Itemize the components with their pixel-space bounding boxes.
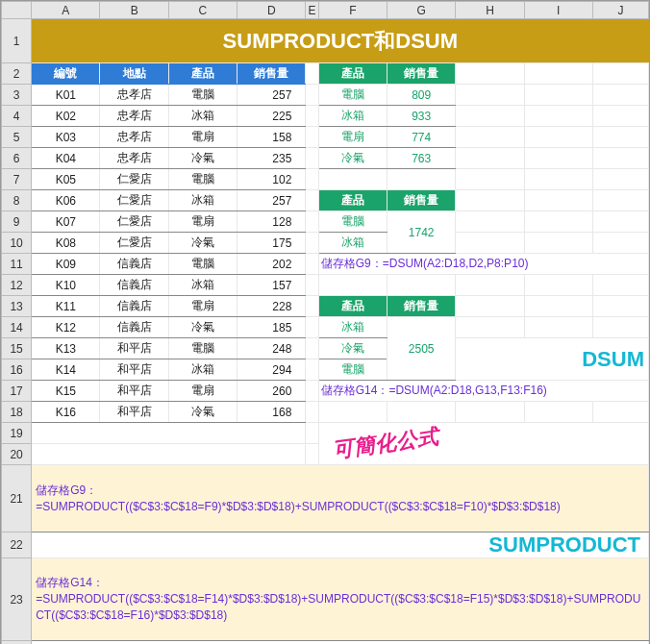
row-24[interactable]: 24 (2, 641, 32, 645)
table-cell[interactable]: 忠孝店 (100, 127, 168, 148)
sum-cell[interactable]: 774 (388, 127, 456, 148)
formula-text[interactable]: 儲存格G14：=DSUM(A2:D18,G13,F13:F16) (318, 381, 648, 402)
col-J[interactable]: J (592, 2, 648, 19)
table-cell[interactable]: K16 (32, 402, 100, 423)
hdr-prod[interactable]: 產品 (168, 63, 237, 85)
table-cell[interactable]: K01 (32, 85, 100, 106)
table-cell[interactable]: 228 (238, 296, 306, 317)
column-headers[interactable]: A B C D E F G H I J (2, 2, 649, 19)
table-cell[interactable]: K02 (32, 106, 100, 127)
col-I[interactable]: I (524, 2, 592, 19)
table-cell[interactable]: 冰箱 (168, 359, 237, 381)
formula-text[interactable]: 儲存格G9：=DSUM(A2:D18,D2,P8:P10) (318, 254, 648, 275)
col-B[interactable]: B (100, 2, 168, 19)
table-cell[interactable]: K05 (32, 169, 100, 190)
sum-cell[interactable]: 電腦 (318, 359, 387, 381)
sum1-hdr-sales[interactable]: 銷售量 (388, 63, 456, 85)
row-5[interactable]: 5 (2, 127, 32, 148)
row-12[interactable]: 12 (2, 275, 32, 296)
row-21[interactable]: 21 (2, 465, 32, 533)
table-cell[interactable]: 冰箱 (168, 190, 237, 211)
table-cell[interactable]: K12 (32, 317, 100, 338)
spreadsheet[interactable]: A B C D E F G H I J 1 SUMPRODUCT和DSUM 2 … (0, 0, 650, 644)
table-cell[interactable]: 仁愛店 (100, 233, 168, 254)
row-7[interactable]: 7 (2, 169, 32, 190)
table-cell[interactable]: 260 (238, 381, 306, 402)
sum-cell[interactable]: 電腦 (318, 85, 387, 106)
sum2-hdr-prod[interactable]: 產品 (318, 190, 387, 211)
hdr-loc[interactable]: 地點 (100, 63, 168, 85)
table-cell[interactable]: K03 (32, 127, 100, 148)
sum2-hdr-sales[interactable]: 銷售量 (388, 190, 456, 211)
table-cell[interactable]: 和平店 (100, 402, 168, 423)
table-cell[interactable]: 冰箱 (168, 106, 237, 127)
sum-cell[interactable]: 冰箱 (318, 106, 387, 127)
table-cell[interactable]: 248 (238, 338, 306, 359)
table-cell[interactable]: 忠孝店 (100, 106, 168, 127)
table-cell[interactable]: K07 (32, 211, 100, 233)
row-14[interactable]: 14 (2, 317, 32, 338)
table-cell[interactable]: 257 (238, 85, 306, 106)
sum-cell[interactable]: 933 (388, 106, 456, 127)
row-20[interactable]: 20 (2, 444, 32, 465)
table-cell[interactable]: 冰箱 (168, 275, 237, 296)
col-E[interactable]: E (306, 2, 318, 19)
table-cell[interactable]: 電扇 (168, 381, 237, 402)
table-cell[interactable]: 信義店 (100, 317, 168, 338)
table-cell[interactable]: 和平店 (100, 338, 168, 359)
hdr-id[interactable]: 編號 (32, 63, 100, 85)
row-9[interactable]: 9 (2, 211, 32, 233)
table-cell[interactable]: 冷氣 (168, 402, 237, 423)
table-cell[interactable]: 仁愛店 (100, 211, 168, 233)
table-cell[interactable]: 和平店 (100, 381, 168, 402)
table-cell[interactable]: 175 (238, 233, 306, 254)
sum3-hdr-sales[interactable]: 銷售量 (388, 296, 456, 317)
row-13[interactable]: 13 (2, 296, 32, 317)
hdr-sales[interactable]: 銷售量 (238, 63, 306, 85)
row-3[interactable]: 3 (2, 85, 32, 106)
table-cell[interactable]: 電扇 (168, 296, 237, 317)
table-cell[interactable]: 225 (238, 106, 306, 127)
sum-cell[interactable]: 電腦 (318, 211, 387, 233)
table-cell[interactable]: 忠孝店 (100, 85, 168, 106)
table-cell[interactable]: 電扇 (168, 211, 237, 233)
row-16[interactable]: 16 (2, 359, 32, 381)
table-cell[interactable]: 電腦 (168, 169, 237, 190)
sum-cell[interactable]: 1742 (388, 211, 456, 254)
col-F[interactable]: F (318, 2, 387, 19)
table-cell[interactable]: 信義店 (100, 296, 168, 317)
table-cell[interactable]: 和平店 (100, 359, 168, 381)
table-cell[interactable]: 電腦 (168, 85, 237, 106)
table-cell[interactable]: 信義店 (100, 254, 168, 275)
sum-cell[interactable]: 冰箱 (318, 317, 387, 338)
sum-cell[interactable]: 冰箱 (318, 233, 387, 254)
table-cell[interactable]: 128 (238, 211, 306, 233)
table-cell[interactable]: 仁愛店 (100, 169, 168, 190)
title-cell[interactable]: SUMPRODUCT和DSUM (32, 19, 649, 63)
sum-cell[interactable]: 763 (388, 148, 456, 169)
table-cell[interactable]: K06 (32, 190, 100, 211)
formula-box[interactable]: 儲存格G9： =SUMPRODUCT(($C$3:$C$18=F9)*$D$3:… (32, 465, 649, 533)
table-cell[interactable]: 冷氣 (168, 317, 237, 338)
col-C[interactable]: C (168, 2, 237, 19)
sum-cell[interactable]: 2505 (388, 317, 456, 381)
row-2[interactable]: 2 (2, 63, 32, 85)
row-19[interactable]: 19 (2, 423, 32, 444)
table-cell[interactable]: 電腦 (168, 254, 237, 275)
col-A[interactable]: A (32, 2, 100, 19)
row-18[interactable]: 18 (2, 402, 32, 423)
table-cell[interactable]: K04 (32, 148, 100, 169)
table-cell[interactable]: K10 (32, 275, 100, 296)
sum3-hdr-prod[interactable]: 產品 (318, 296, 387, 317)
table-cell[interactable]: 信義店 (100, 275, 168, 296)
table-cell[interactable]: K13 (32, 338, 100, 359)
table-cell[interactable]: 冷氣 (168, 148, 237, 169)
row-23[interactable]: 23 (2, 558, 32, 641)
row-8[interactable]: 8 (2, 190, 32, 211)
col-H[interactable]: H (456, 2, 524, 19)
row-4[interactable]: 4 (2, 106, 32, 127)
table-cell[interactable]: K14 (32, 359, 100, 381)
table-cell[interactable]: 102 (238, 169, 306, 190)
col-D[interactable]: D (238, 2, 306, 19)
sum-cell[interactable]: 電扇 (318, 127, 387, 148)
